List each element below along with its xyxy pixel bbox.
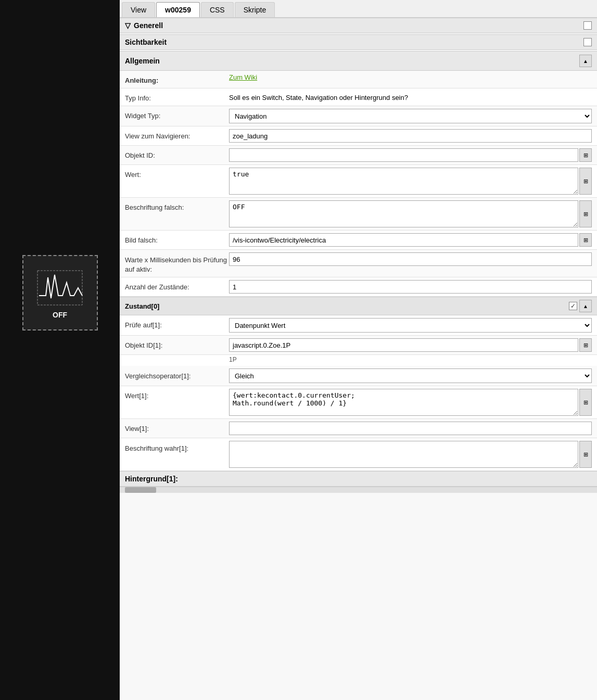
widget-typ-control: Navigation Switch State Hintergrund — [229, 109, 592, 123]
view1-label: View[1]: — [125, 422, 229, 432]
anzahl-control — [229, 280, 592, 294]
wert1-row: Wert[1]: {wert:kecontact.0.currentUser; … — [120, 386, 597, 419]
wert-row: Wert: true ⊞ — [120, 165, 597, 198]
objekt-id1-row: Objekt ID[1]: ⊞ — [120, 336, 597, 355]
typ-info-control: Soll es ein Switch, State, Navigation od… — [229, 91, 592, 103]
beschriftung-falsch-textarea[interactable]: OFF — [229, 200, 578, 227]
wert-input-group: true ⊞ — [229, 168, 592, 195]
objekt-id-row: Objekt ID: ⊞ — [120, 146, 597, 165]
beschriftung-wahr1-textarea[interactable] — [229, 441, 578, 468]
vergleich-label: Vergleichsoperator[1]: — [125, 368, 229, 381]
anleitung-row: Anleitung: Zum Wiki — [120, 71, 597, 88]
wert-control: true ⊞ — [229, 168, 592, 195]
wert1-textarea[interactable]: {wert:kecontact.0.currentUser; Math.roun… — [229, 389, 578, 416]
allgemein-section-header: Allgemein ▲ — [120, 51, 597, 71]
beschriftung-falsch-label: Beschriftung falsch: — [125, 200, 229, 211]
objekt-id-btn[interactable]: ⊞ — [579, 148, 592, 162]
objekt-id1-label: Objekt ID[1]: — [125, 338, 229, 349]
objekt-id1-btn[interactable]: ⊞ — [579, 338, 592, 352]
left-panel: OFF — [0, 0, 120, 700]
typ-info-value: Soll es ein Switch, State, Navigation od… — [229, 91, 408, 103]
sichtbarkeit-checkbox[interactable] — [583, 38, 592, 46]
wert1-btn[interactable]: ⊞ — [579, 389, 592, 416]
bild-falsch-btn[interactable]: ⊞ — [579, 233, 592, 247]
zustand-controls: ✓ ▲ — [569, 300, 592, 312]
widget-typ-row: Widget Typ: Navigation Switch State Hint… — [120, 106, 597, 126]
hint-1p: 1P — [120, 355, 597, 366]
pruefe-control: Datenpunkt Wert Immer Nie — [229, 318, 592, 333]
beschriftung-wahr1-row: Beschriftung wahr[1]: ⊞ — [120, 438, 597, 471]
anzahl-input[interactable] — [229, 280, 592, 294]
zustand-checkbox[interactable]: ✓ — [569, 302, 577, 310]
generell-section-header: ▽ Generell — [120, 18, 597, 33]
horizontal-scrollbar[interactable] — [120, 487, 597, 493]
scrollbar-thumb — [125, 487, 156, 493]
allgemein-controls: ▲ — [579, 55, 592, 67]
widget-typ-select[interactable]: Navigation Switch State Hintergrund — [229, 109, 592, 123]
allgemein-scroll-btn[interactable]: ▲ — [579, 55, 592, 67]
wert1-control: {wert:kecontact.0.currentUser; Math.roun… — [229, 389, 592, 416]
objekt-id-input-group: ⊞ — [229, 148, 592, 162]
objekt-id-label: Objekt ID: — [125, 148, 229, 159]
objekt-id1-input[interactable] — [229, 338, 578, 352]
beschriftung-falsch-input-group: OFF ⊞ — [229, 200, 592, 227]
beschriftung-falsch-btn[interactable]: ⊞ — [579, 200, 592, 227]
filter-icon: ▽ — [125, 21, 131, 30]
vergleich-select[interactable]: Gleich Ungleich Größer Kleiner — [229, 368, 592, 383]
hintergrund-title: Hintergrund[1]: — [125, 475, 178, 483]
view-nav-row: View zum Navigieren: — [120, 126, 597, 146]
view1-control — [229, 422, 592, 435]
tab-css[interactable]: CSS — [201, 2, 234, 17]
pruefe-label: Prüfe auf[1]: — [125, 318, 229, 329]
vergleich-row: Vergleichsoperator[1]: Gleich Ungleich G… — [120, 366, 597, 386]
view-nav-control — [229, 129, 592, 143]
warte-label: Warte x Millisekunden bis Prüfung auf ak… — [125, 252, 229, 274]
wert1-input-group: {wert:kecontact.0.currentUser; Math.roun… — [229, 389, 592, 416]
wert-textarea[interactable]: true — [229, 168, 578, 195]
objekt-id1-control: ⊞ — [229, 338, 592, 352]
sichtbarkeit-section-header: Sichtbarkeit — [120, 34, 597, 50]
anzahl-row: Anzahl der Zustände: — [120, 277, 597, 297]
bild-falsch-row: Bild falsch: ⊞ — [120, 231, 597, 250]
generell-checkbox[interactable] — [583, 21, 592, 30]
hintergrund-label: Hintergrund[1]: — [125, 475, 178, 483]
bild-falsch-input[interactable] — [229, 233, 578, 247]
sichtbarkeit-controls — [583, 38, 592, 46]
zustand-title: Zustand[0] — [125, 302, 159, 310]
zustand-section-header: Zustand[0] ✓ ▲ — [120, 297, 597, 315]
anzahl-label: Anzahl der Zustände: — [125, 280, 229, 291]
tab-skripte[interactable]: Skripte — [235, 2, 275, 17]
tab-view[interactable]: View — [122, 2, 155, 17]
tab-bar: View w00259 CSS Skripte — [120, 0, 597, 18]
view-nav-input[interactable] — [229, 129, 592, 143]
objekt-id-input[interactable] — [229, 148, 578, 162]
warte-control — [229, 252, 592, 266]
wert-btn[interactable]: ⊞ — [579, 168, 592, 195]
widget-preview: OFF — [22, 255, 98, 330]
warte-input[interactable] — [229, 252, 592, 266]
typ-info-row: Typ Info: Soll es ein Switch, State, Nav… — [120, 88, 597, 106]
view1-input[interactable] — [229, 422, 592, 435]
wert-label: Wert: — [125, 168, 229, 179]
zustand-scroll-btn[interactable]: ▲ — [579, 300, 592, 312]
anleitung-label: Anleitung: — [125, 73, 229, 84]
generell-title: ▽ Generell — [125, 21, 163, 30]
generell-controls — [583, 21, 592, 30]
beschriftung-falsch-control: OFF ⊞ — [229, 200, 592, 227]
beschriftung-wahr1-btn[interactable]: ⊞ — [579, 441, 592, 468]
view1-row: View[1]: — [120, 419, 597, 438]
wert1-label: Wert[1]: — [125, 389, 229, 400]
pruefe-row: Prüfe auf[1]: Datenpunkt Wert Immer Nie — [120, 315, 597, 336]
widget-icon — [36, 267, 83, 309]
bild-falsch-label: Bild falsch: — [125, 233, 229, 244]
tab-w00259[interactable]: w00259 — [156, 2, 200, 17]
beschriftung-falsch-row: Beschriftung falsch: OFF ⊞ — [120, 198, 597, 231]
pruefe-select[interactable]: Datenpunkt Wert Immer Nie — [229, 318, 592, 333]
widget-typ-label: Widget Typ: — [125, 109, 229, 120]
hintergrund-section-header: Hintergrund[1]: — [120, 471, 597, 487]
anleitung-link[interactable]: Zum Wiki — [229, 73, 257, 81]
content-area: ▽ Generell Sichtbarkeit Allgemein ▲ — [120, 18, 597, 700]
sichtbarkeit-title: Sichtbarkeit — [125, 38, 167, 46]
svg-rect-0 — [37, 271, 82, 305]
typ-info-label: Typ Info: — [125, 91, 229, 102]
